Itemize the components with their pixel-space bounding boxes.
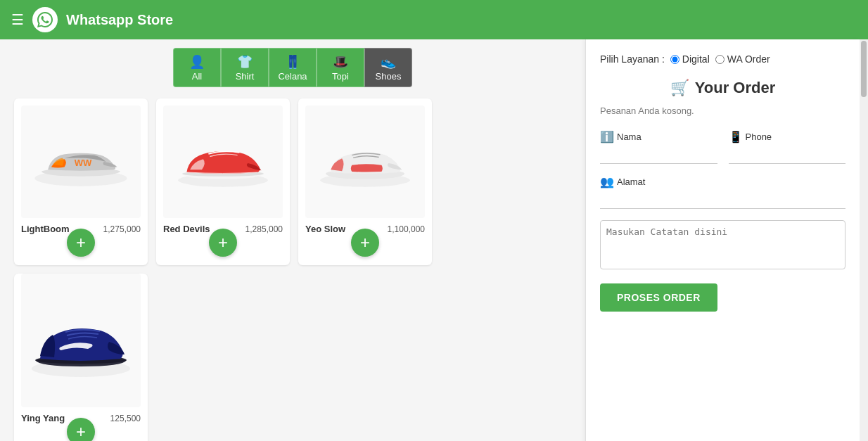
product-image-lightboom: WW (21, 106, 141, 218)
product-image-yeo-slow (305, 106, 425, 218)
name-input[interactable] (600, 146, 717, 164)
product-name-lightboom: LightBoom (21, 224, 70, 234)
product-card-yeo-slow: Yeo Slow 1,100,000 + (298, 98, 432, 265)
phone-field: 📱 Phone (729, 130, 846, 164)
tab-shirt[interactable]: 👕 Shirt (221, 48, 269, 87)
address-icon: 👥 (600, 175, 614, 188)
order-title-icon: 🛒 (670, 79, 689, 97)
menu-icon[interactable]: ☰ (11, 11, 24, 28)
svg-text:WW: WW (75, 158, 92, 168)
address-input[interactable] (600, 191, 845, 209)
order-panel: Pilih Layanan : Digital WA Order 🛒 Your … (585, 39, 860, 441)
product-name-ying-yang: Ying Yang (21, 413, 65, 423)
product-grid: WW LightBoom 1,275,000 + (14, 98, 571, 441)
tab-topi-label: Topi (332, 71, 349, 82)
service-digital-label: Digital (682, 53, 710, 65)
notes-textarea[interactable] (600, 220, 845, 269)
address-row: 👥 Alamat (600, 175, 845, 209)
category-tabs: 👤 All 👕 Shirt 👖 Celana 🎩 Topi 👟 Shoes (14, 39, 571, 98)
phone-icon: 📱 (729, 130, 743, 143)
order-title-text: Your Order (695, 79, 776, 97)
tab-topi-icon: 🎩 (333, 54, 348, 70)
main-container: 👤 All 👕 Shirt 👖 Celana 🎩 Topi 👟 Shoes (0, 39, 868, 441)
tab-all-label: All (192, 71, 202, 82)
tab-shirt-label: Shirt (236, 71, 255, 82)
tab-shoes-label: Shoes (376, 71, 402, 82)
product-card-ying-yang: Ying Yang 125,500 + (14, 274, 148, 441)
add-button-ying-yang[interactable]: + (67, 418, 95, 441)
phone-input[interactable] (729, 146, 846, 164)
tab-topi[interactable]: 🎩 Topi (317, 48, 364, 87)
product-image-red-devils (163, 106, 283, 218)
tab-all-icon: 👤 (189, 54, 205, 70)
tab-celana-icon: 👖 (285, 54, 300, 70)
tab-shoes[interactable]: 👟 Shoes (364, 48, 412, 87)
product-card-red-devils: Red Devils 1,285,000 + (156, 98, 290, 265)
product-price-ying-yang: 125,500 (110, 414, 141, 423)
order-title: 🛒 Your Order (600, 79, 845, 97)
app-header: ☰ Whatsapp Store (0, 0, 868, 39)
info-icon: ℹ️ (600, 130, 614, 143)
empty-order-text: Pesanan Anda kosong. (600, 106, 845, 116)
tab-all[interactable]: 👤 All (173, 48, 221, 87)
service-wa-radio[interactable] (715, 55, 725, 64)
product-price-red-devils: 1,285,000 (245, 224, 283, 234)
name-phone-row: ℹ️ Nama 📱 Phone (600, 130, 845, 164)
app-logo (32, 7, 58, 32)
product-price-yeo-slow: 1,100,000 (388, 224, 425, 234)
scrollbar-thumb (861, 41, 867, 97)
address-field: 👥 Alamat (600, 175, 845, 209)
service-digital-radio[interactable] (670, 55, 679, 64)
product-name-yeo-slow: Yeo Slow (305, 224, 345, 234)
service-select: Pilih Layanan : Digital WA Order (600, 53, 845, 65)
address-label: 👥 Alamat (600, 175, 845, 188)
product-card-lightboom: WW LightBoom 1,275,000 + (14, 98, 148, 265)
service-digital-option[interactable]: Digital (670, 53, 710, 65)
scrollbar[interactable] (860, 39, 868, 441)
service-wa-label: WA Order (727, 53, 770, 65)
phone-label: 📱 Phone (729, 130, 846, 143)
tab-shirt-icon: 👕 (237, 54, 253, 70)
add-button-red-devils[interactable]: + (209, 229, 237, 257)
service-label: Pilih Layanan : (600, 53, 665, 65)
tab-celana-label: Celana (278, 71, 307, 82)
process-order-button[interactable]: PROSES ORDER (600, 283, 717, 312)
product-price-lightboom: 1,275,000 (103, 224, 141, 234)
content-area: 👤 All 👕 Shirt 👖 Celana 🎩 Topi 👟 Shoes (0, 39, 585, 441)
product-name-red-devils: Red Devils (163, 224, 210, 234)
add-button-lightboom[interactable]: + (67, 229, 95, 257)
add-button-yeo-slow[interactable]: + (351, 229, 379, 257)
name-label: ℹ️ Nama (600, 130, 717, 143)
product-image-ying-yang (21, 274, 141, 407)
tab-celana[interactable]: 👖 Celana (269, 48, 317, 87)
app-title: Whatsapp Store (66, 12, 173, 28)
name-field: ℹ️ Nama (600, 130, 717, 164)
tab-shoes-icon: 👟 (381, 54, 396, 70)
service-wa-option[interactable]: WA Order (715, 53, 770, 65)
